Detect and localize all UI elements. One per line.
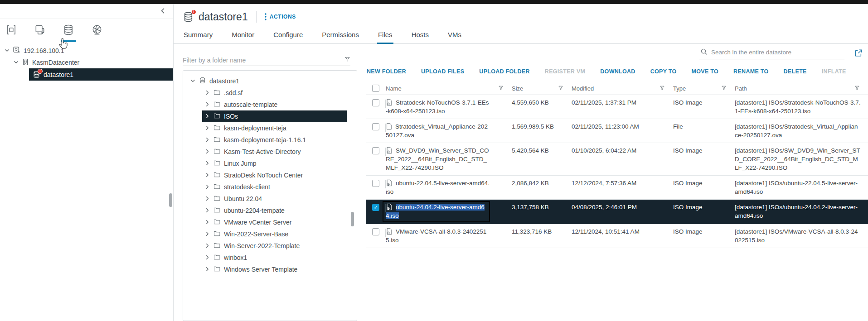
folder-tree-root[interactable]: datastore1 <box>187 75 357 87</box>
chevron-right-icon[interactable] <box>205 136 210 144</box>
tab-vms[interactable]: VMs <box>447 28 462 44</box>
folder-item[interactable]: ubuntu-2204-tempate <box>202 205 347 216</box>
copy-to-button[interactable]: COPY TO <box>650 68 677 75</box>
upload-folder-button[interactable]: UPLOAD FOLDER <box>479 68 530 75</box>
actions-button[interactable]: ACTIONS <box>265 13 296 20</box>
filter-funnel-icon[interactable] <box>721 85 727 92</box>
delete-button[interactable]: DELETE <box>784 68 807 75</box>
tree-node-label[interactable]: KasmDatacenter <box>32 59 79 66</box>
file-name-cell[interactable]: VMware-VCSA-all-8.0.3-24022515.iso <box>386 227 512 244</box>
chevron-right-icon[interactable] <box>205 207 210 214</box>
chevron-right-icon[interactable] <box>205 160 210 167</box>
file-row[interactable]: SW_DVD9_Win_Server_STD_CORE_2022__64Bit_… <box>366 143 868 176</box>
chevron-right-icon[interactable] <box>205 183 210 191</box>
upload-files-button[interactable]: UPLOAD FILES <box>421 68 464 75</box>
row-checkbox[interactable] <box>372 99 379 106</box>
tab-monitor[interactable]: Monitor <box>231 28 255 44</box>
folder-item[interactable]: Win-Server-2022-Template <box>202 240 347 252</box>
tree-node-label[interactable]: datastore1 <box>44 71 73 78</box>
row-checkbox[interactable] <box>372 147 379 154</box>
file-name-cell[interactable]: Stratodesk_Virtual_Appliance-20250127.ov… <box>386 122 512 139</box>
row-checkbox[interactable] <box>372 180 379 187</box>
networking-icon[interactable] <box>89 23 105 37</box>
chevron-down-icon[interactable] <box>190 77 195 85</box>
chevron-right-icon[interactable] <box>205 254 210 261</box>
chevron-right-icon[interactable] <box>205 172 210 179</box>
tab-configure[interactable]: Configure <box>272 28 304 44</box>
hosts-and-clusters-icon[interactable] <box>4 23 19 37</box>
folder-item[interactable]: Kasm-Test-Active-Directory <box>202 146 347 158</box>
chevron-right-icon[interactable] <box>205 195 210 202</box>
chevron-right-icon[interactable] <box>205 242 210 249</box>
tab-permissions[interactable]: Permissions <box>321 28 360 44</box>
filter-funnel-icon[interactable] <box>344 56 350 64</box>
folder-item[interactable]: .sdd.sf <box>202 87 347 99</box>
file-name-cell[interactable]: ubuntu-24.04.2-live-server-amd64.iso <box>386 203 512 220</box>
tab-summary[interactable]: Summary <box>183 28 213 44</box>
column-header-type[interactable]: Type <box>673 85 686 92</box>
open-in-new-window-icon[interactable] <box>854 49 863 57</box>
filter-funnel-icon[interactable] <box>498 85 504 92</box>
chevron-down-icon[interactable] <box>5 47 10 54</box>
storage-icon[interactable] <box>61 23 76 37</box>
folder-item[interactable]: Win-2022-Server-Base <box>202 228 347 240</box>
folder-item[interactable]: autoscale-template <box>202 99 347 110</box>
file-row[interactable]: Stratodesk-NoTouchOS-3.7.1-EEs-k608-x64-… <box>366 95 868 119</box>
chevron-right-icon[interactable] <box>205 266 210 273</box>
row-checkbox[interactable] <box>372 228 379 235</box>
rename-to-button[interactable]: RENAME TO <box>733 68 768 75</box>
file-name-cell[interactable]: ubuntu-22.04.5-live-server-amd64.iso <box>386 179 512 196</box>
folder-item[interactable]: ISOs <box>202 110 347 122</box>
folder-item[interactable]: Windows Server Template <box>202 264 347 275</box>
row-checkbox[interactable] <box>372 123 379 130</box>
folder-tree-scrollbar-thumb[interactable] <box>351 212 354 226</box>
folder-item[interactable]: winbox1 <box>202 252 347 264</box>
filter-funnel-icon[interactable] <box>854 85 860 92</box>
file-row[interactable]: VMware-VCSA-all-8.0.3-24022515.iso11,323… <box>366 224 868 248</box>
tab-files[interactable]: Files <box>377 28 393 44</box>
download-button[interactable]: DOWNLOAD <box>600 68 635 75</box>
tree-node-vcenter[interactable]: 192.168.100.1 <box>0 45 173 57</box>
tree-node-datacenter[interactable]: KasmDatacenter <box>0 57 173 68</box>
chevron-right-icon[interactable] <box>205 101 210 108</box>
filter-funnel-icon[interactable] <box>659 85 665 92</box>
folder-tree-root-label[interactable]: datastore1 <box>209 77 239 85</box>
chevron-down-icon[interactable] <box>14 59 19 66</box>
file-name-cell[interactable]: SW_DVD9_Win_Server_STD_CORE_2022__64Bit_… <box>386 146 512 172</box>
column-header-modified[interactable]: Modified <box>572 85 594 92</box>
row-checkbox[interactable]: ✓ <box>372 204 379 211</box>
select-all-checkbox[interactable] <box>372 85 379 92</box>
column-header-path[interactable]: Path <box>735 85 747 92</box>
move-to-button[interactable]: MOVE TO <box>692 68 719 75</box>
chevron-right-icon[interactable] <box>205 148 210 155</box>
file-name-cell[interactable]: Stratodesk-NoTouchOS-3.7.1-EEs-k608-x64-… <box>386 98 512 115</box>
filter-funnel-icon[interactable] <box>558 85 563 92</box>
file-row[interactable]: Stratodesk_Virtual_Appliance-20250127.ov… <box>366 119 868 143</box>
chevron-right-icon[interactable] <box>205 230 210 238</box>
column-header-name[interactable]: Name <box>386 85 402 92</box>
inventory-scrollbar-thumb[interactable] <box>169 193 172 207</box>
tree-node-datastore[interactable]: ! datastore1 <box>29 68 173 81</box>
folder-item[interactable]: kasm-deployment-teja <box>202 122 347 134</box>
chevron-right-icon[interactable] <box>205 89 210 96</box>
new-folder-button[interactable]: NEW FOLDER <box>367 68 406 75</box>
chevron-right-icon[interactable] <box>205 125 210 132</box>
folder-filter-input[interactable] <box>183 57 344 64</box>
file-modified: 01/10/2025, 6:04:22 AM <box>572 146 673 155</box>
folder-item[interactable]: StratoDesk NoTouch Center <box>202 169 347 181</box>
file-row[interactable]: ubuntu-22.04.5-live-server-amd64.iso2,08… <box>366 176 868 200</box>
folder-item[interactable]: Linux Jump <box>202 158 347 169</box>
file-row[interactable]: ✓ubuntu-24.04.2-live-server-amd64.iso3,1… <box>366 200 868 224</box>
folder-item[interactable]: VMware vCenter Server <box>202 216 347 228</box>
tab-hosts[interactable]: Hosts <box>411 28 430 44</box>
column-header-size[interactable]: Size <box>512 85 523 92</box>
folder-list: .sdd.sfautoscale-templateISOskasm-deploy… <box>187 87 357 275</box>
folder-item[interactable]: stratodesk-client <box>202 181 347 193</box>
chevron-right-icon[interactable] <box>205 219 210 226</box>
folder-item[interactable]: kasm-deployment-teja-1.16.1 <box>202 134 347 146</box>
search-input[interactable] <box>711 49 844 56</box>
folder-item[interactable]: Ubuntu 22.04 <box>202 193 347 205</box>
vms-and-templates-icon[interactable] <box>32 23 48 37</box>
collapse-panel-icon[interactable] <box>160 7 166 16</box>
chevron-right-icon[interactable] <box>205 113 210 120</box>
